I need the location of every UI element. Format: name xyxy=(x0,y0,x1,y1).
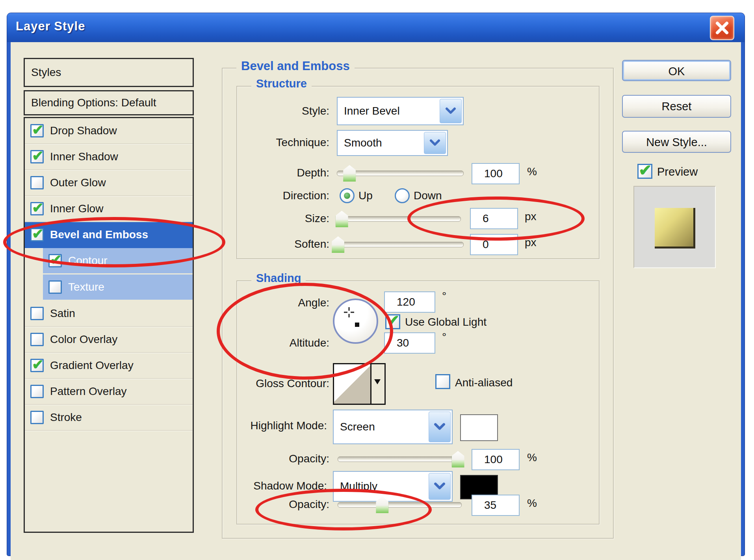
sidebar-item-label: Texture xyxy=(68,281,104,293)
size-input[interactable]: 6 xyxy=(470,208,518,229)
sidebar-item-inner-glow[interactable]: ✔Inner Glow xyxy=(25,196,193,222)
structure-legend: Structure xyxy=(251,77,312,90)
technique-dropdown[interactable]: Smooth xyxy=(337,130,448,156)
anti-aliased-checkbox[interactable] xyxy=(435,374,450,389)
direction-down-radio[interactable] xyxy=(395,188,410,203)
sidebar-item-color-overlay[interactable]: Color Overlay xyxy=(25,327,193,353)
blending-options-label: Blending Options: Default xyxy=(31,96,156,109)
altitude-input[interactable]: 30 xyxy=(384,332,435,354)
style-checkbox[interactable]: ✔ xyxy=(30,228,44,241)
soften-slider-track[interactable] xyxy=(337,242,464,247)
chevron-down-icon[interactable] xyxy=(424,132,446,154)
anti-aliased-label: Anti-aliased xyxy=(455,376,513,389)
new-style-button[interactable]: New Style... xyxy=(622,131,731,153)
ok-button[interactable]: OK xyxy=(622,60,731,81)
style-checkbox[interactable]: ✔ xyxy=(30,150,44,163)
depth-label: Depth: xyxy=(223,167,329,179)
triangle-down-icon xyxy=(374,379,381,384)
opacity-highlight-slider[interactable] xyxy=(338,451,462,467)
soften-input[interactable]: 0 xyxy=(470,234,518,255)
chevron-down-icon[interactable] xyxy=(429,473,451,500)
opacity-shadow-track[interactable] xyxy=(338,502,462,508)
size-slider-thumb[interactable] xyxy=(336,211,348,227)
window-title: Layer Style xyxy=(16,19,85,33)
sidebar-item-pattern-overlay[interactable]: Pattern Overlay xyxy=(25,379,193,405)
gloss-contour-picker[interactable] xyxy=(333,363,386,405)
opacity-highlight-input[interactable]: 100 xyxy=(472,449,520,470)
close-icon xyxy=(715,21,729,35)
size-unit: px xyxy=(525,210,537,223)
opacity-highlight-track[interactable] xyxy=(338,456,462,462)
size-slider-track[interactable] xyxy=(337,216,461,222)
direction-down-label: Down xyxy=(414,189,442,202)
size-slider[interactable] xyxy=(337,211,461,227)
sidebar-item-label: Contour xyxy=(68,254,108,267)
sidebar-item-label: Bevel and Emboss xyxy=(50,228,148,241)
styles-header-label: Styles xyxy=(31,66,61,79)
gloss-contour-thumbnail[interactable] xyxy=(334,364,370,404)
style-checkbox[interactable] xyxy=(48,280,62,294)
sidebar-item-contour[interactable]: ✔Contour xyxy=(43,248,193,274)
highlight-color-swatch[interactable] xyxy=(460,414,498,441)
chevron-down-icon[interactable] xyxy=(429,412,451,442)
check-icon: ✔ xyxy=(32,148,44,164)
style-checkbox[interactable]: ✔ xyxy=(30,359,44,372)
style-dropdown[interactable]: Inner Bevel xyxy=(337,97,464,125)
sidebar-item-label: Pattern Overlay xyxy=(50,385,127,398)
check-icon: ✔ xyxy=(32,122,44,138)
opacity-shadow-slider[interactable] xyxy=(338,497,462,513)
opacity-shadow-thumb[interactable] xyxy=(376,497,388,513)
sidebar-item-inner-shadow[interactable]: ✔Inner Shadow xyxy=(25,144,193,170)
style-checkbox[interactable] xyxy=(30,176,44,189)
sidebar-item-stroke[interactable]: Stroke xyxy=(25,405,193,431)
depth-input[interactable]: 100 xyxy=(472,163,520,184)
reset-button[interactable]: Reset xyxy=(622,95,731,118)
preview-thumbnail xyxy=(633,186,716,268)
altitude-unit: ° xyxy=(442,331,446,343)
title-bar[interactable]: Layer Style xyxy=(7,13,745,42)
opacity-shadow-label: Opacity: xyxy=(223,498,329,511)
direction-up-radio[interactable] xyxy=(340,188,355,203)
chevron-down-icon[interactable] xyxy=(440,99,462,123)
style-checkbox[interactable] xyxy=(30,385,44,398)
angle-input[interactable]: 120 xyxy=(384,291,435,313)
sidebar-item-satin[interactable]: Satin xyxy=(25,301,193,327)
shading-legend: Shading xyxy=(251,272,306,285)
sidebar-item-gradient-overlay[interactable]: ✔Gradient Overlay xyxy=(25,353,193,379)
soften-label: Soften: xyxy=(223,238,329,250)
gloss-contour-dropdown[interactable] xyxy=(370,364,384,404)
sidebar-item-label: Drop Shadow xyxy=(50,124,117,137)
check-icon: ✔ xyxy=(32,226,44,242)
sidebar-item-bevel-and-emboss[interactable]: ✔Bevel and Emboss xyxy=(25,222,193,248)
sidebar-item-drop-shadow[interactable]: ✔Drop Shadow xyxy=(25,118,193,144)
close-button[interactable] xyxy=(710,16,734,40)
technique-value: Smooth xyxy=(344,137,382,149)
check-icon: ✔ xyxy=(50,252,62,268)
style-checkbox[interactable] xyxy=(30,307,44,320)
style-checkbox[interactable]: ✔ xyxy=(30,124,44,137)
size-label: Size: xyxy=(223,212,329,225)
style-checkbox[interactable]: ✔ xyxy=(48,254,62,267)
sidebar-item-outer-glow[interactable]: Outer Glow xyxy=(25,170,193,196)
sidebar-item-label: Color Overlay xyxy=(50,333,117,346)
soften-slider[interactable] xyxy=(337,236,464,253)
depth-slider-thumb[interactable] xyxy=(343,165,356,182)
style-checkbox[interactable]: ✔ xyxy=(30,202,44,215)
blending-options-item[interactable]: Blending Options: Default xyxy=(24,90,194,115)
use-global-light-label: Use Global Light xyxy=(405,316,487,328)
depth-unit: % xyxy=(527,165,537,178)
angle-dial[interactable] xyxy=(333,299,378,344)
style-checkbox[interactable] xyxy=(30,333,44,346)
sidebar-item-texture[interactable]: Texture xyxy=(43,274,193,301)
opacity-shadow-input[interactable]: 35 xyxy=(472,495,520,516)
preview-layer-chip xyxy=(655,208,695,248)
style-checkbox[interactable] xyxy=(30,411,44,424)
highlight-mode-dropdown[interactable]: Screen xyxy=(333,410,453,444)
depth-slider-track[interactable] xyxy=(337,171,464,176)
use-global-light-checkbox[interactable]: ✔ xyxy=(385,314,400,329)
sidebar-item-label: Stroke xyxy=(50,411,82,424)
depth-slider[interactable] xyxy=(337,165,464,182)
direction-up-label: Up xyxy=(358,189,373,202)
preview-checkbox[interactable]: ✔ xyxy=(637,164,652,179)
shadow-mode-value: Multiply xyxy=(340,480,377,493)
